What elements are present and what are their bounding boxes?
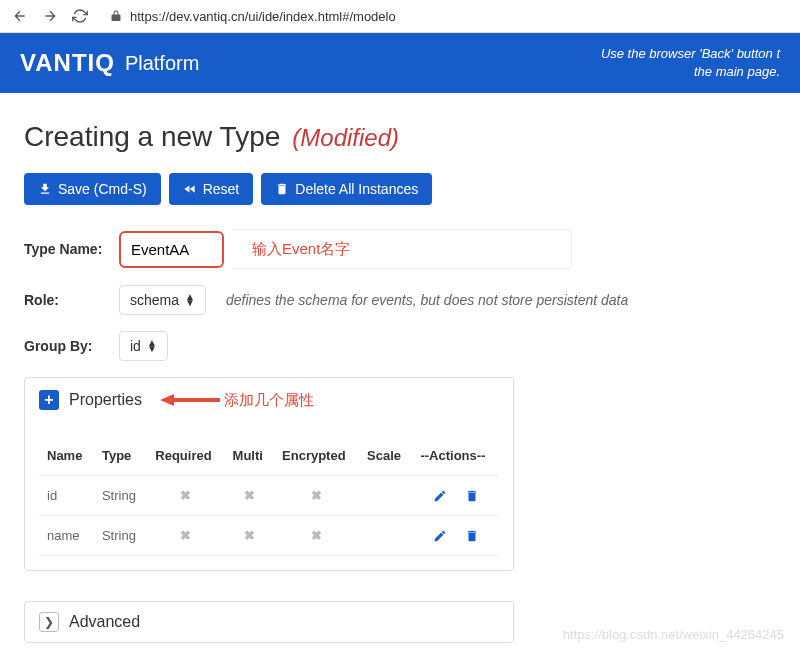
cell-scale <box>359 476 412 516</box>
cell-multi: ✖ <box>225 476 274 516</box>
forward-icon[interactable] <box>42 8 58 24</box>
reset-button[interactable]: Reset <box>169 173 254 205</box>
download-icon <box>38 182 52 196</box>
expand-advanced-button[interactable]: ❯ <box>39 612 59 632</box>
cell-name: id <box>39 476 94 516</box>
cell-required: ✖ <box>147 516 224 556</box>
cell-scale <box>359 516 412 556</box>
select-arrows-icon: ▲▼ <box>147 340 157 352</box>
col-encrypted: Encrypted <box>274 436 359 476</box>
input-extension[interactable]: 输入Event名字 <box>232 229 572 269</box>
properties-panel: + Properties 添加几个属性 Name Type Required M… <box>24 377 514 571</box>
properties-title: Properties <box>69 391 142 409</box>
back-icon[interactable] <box>12 8 28 24</box>
advanced-panel: ❯ Advanced <box>24 601 514 643</box>
header-message: Use the browser 'Back' button t the main… <box>601 45 780 81</box>
cell-required: ✖ <box>147 476 224 516</box>
cell-name: name <box>39 516 94 556</box>
col-multi: Multi <box>225 436 274 476</box>
cell-actions <box>412 516 499 556</box>
col-actions: --Actions-- <box>412 436 499 476</box>
add-property-button[interactable]: + <box>39 390 59 410</box>
cell-multi: ✖ <box>225 516 274 556</box>
delete-icon[interactable] <box>465 529 479 543</box>
save-button[interactable]: Save (Cmd-S) <box>24 173 161 205</box>
delete-all-button[interactable]: Delete All Instances <box>261 173 432 205</box>
logo: VANTIQ <box>20 49 115 77</box>
url-text[interactable]: https://dev.vantiq.cn/ui/ide/index.html#… <box>130 9 396 24</box>
delete-icon[interactable] <box>465 489 479 503</box>
table-row: id String ✖ ✖ ✖ <box>39 476 499 516</box>
reload-icon[interactable] <box>72 8 88 24</box>
page-title: Creating a new Type <box>24 121 280 153</box>
edit-icon[interactable] <box>433 489 447 503</box>
cell-encrypted: ✖ <box>274 516 359 556</box>
app-header: VANTIQ Platform Use the browser 'Back' b… <box>0 33 800 93</box>
col-type: Type <box>94 436 147 476</box>
cell-actions <box>412 476 499 516</box>
arrow-left-icon <box>160 392 220 408</box>
lock-icon <box>110 10 122 22</box>
group-by-select[interactable]: id ▲▼ <box>119 331 168 361</box>
modified-badge: (Modified) <box>292 124 399 152</box>
group-by-label: Group By: <box>24 338 109 354</box>
type-name-input[interactable] <box>119 231 224 268</box>
platform-label: Platform <box>125 52 199 75</box>
role-select[interactable]: schema ▲▼ <box>119 285 206 315</box>
cell-type: String <box>94 516 147 556</box>
browser-bar: https://dev.vantiq.cn/ui/ide/index.html#… <box>0 0 800 33</box>
table-row: name String ✖ ✖ ✖ <box>39 516 499 556</box>
col-required: Required <box>147 436 224 476</box>
type-name-label: Type Name: <box>24 241 109 257</box>
role-hint: defines the schema for events, but does … <box>226 292 628 308</box>
properties-annotation: 添加几个属性 <box>160 391 314 410</box>
properties-table: Name Type Required Multi Encrypted Scale… <box>39 436 499 556</box>
rewind-icon <box>183 182 197 196</box>
type-name-annotation: 输入Event名字 <box>252 240 350 257</box>
col-name: Name <box>39 436 94 476</box>
cell-encrypted: ✖ <box>274 476 359 516</box>
select-arrows-icon: ▲▼ <box>185 294 195 306</box>
edit-icon[interactable] <box>433 529 447 543</box>
role-label: Role: <box>24 292 109 308</box>
col-scale: Scale <box>359 436 412 476</box>
watermark: https://blog.csdn.net/weixin_44264245 <box>563 627 784 642</box>
advanced-title: Advanced <box>69 613 140 631</box>
cell-type: String <box>94 476 147 516</box>
trash-icon <box>275 182 289 196</box>
